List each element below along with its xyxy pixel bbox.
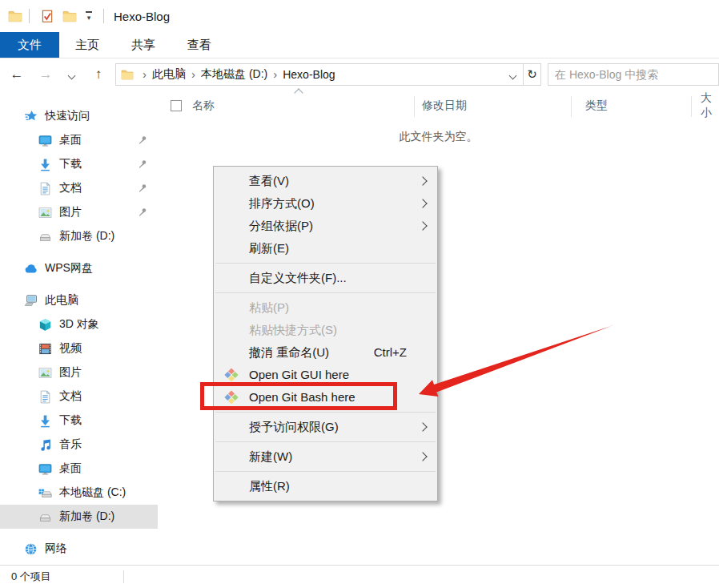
- menu-item-properties[interactable]: 属性(R): [214, 475, 437, 497]
- sidebar-item-wps-cloud[interactable]: WPS网盘: [0, 256, 158, 280]
- sidebar-item-documents[interactable]: 文档: [0, 176, 158, 200]
- refresh-button[interactable]: ↻: [524, 63, 541, 86]
- new-folder-quick-button[interactable]: [58, 6, 81, 26]
- quick-access-star-icon: [24, 110, 38, 123]
- divider: [103, 9, 104, 23]
- menu-separator: [215, 263, 436, 264]
- up-button[interactable]: ↑: [88, 66, 109, 83]
- sidebar-item-pictures-pc[interactable]: 图片: [0, 360, 158, 385]
- address-dropdown-button[interactable]: [503, 67, 523, 82]
- menu-item-sort-by[interactable]: 排序方式(O): [214, 192, 437, 215]
- column-header-name[interactable]: 名称: [192, 94, 215, 118]
- recent-locations-button[interactable]: [61, 66, 82, 83]
- toolbar-bar-icon: [86, 11, 92, 13]
- address-bar[interactable]: › 此电脑 › 本地磁盘 (D:) › Hexo-Blog: [115, 63, 524, 86]
- divider: [123, 570, 124, 583]
- sidebar-item-desktop[interactable]: 桌面: [0, 128, 158, 152]
- sidebar-item-label: 网络: [45, 542, 67, 556]
- column-header-size[interactable]: 大小: [701, 94, 719, 118]
- tab-share[interactable]: 共享: [115, 32, 171, 58]
- menu-item-label: 新建(W): [249, 449, 292, 463]
- submenu-arrow-icon: [418, 452, 427, 461]
- sidebar-item-label: 图片: [59, 365, 82, 380]
- sidebar-item-pictures[interactable]: 图片: [0, 200, 158, 224]
- breadcrumb-hexo-blog[interactable]: Hexo-Blog: [283, 68, 335, 81]
- forward-button[interactable]: →: [35, 66, 56, 83]
- sidebar-item-drive-d[interactable]: 新加卷 (D:): [0, 505, 158, 529]
- sidebar-item-videos[interactable]: 视频: [0, 336, 158, 360]
- folder-icon: [121, 68, 134, 81]
- sidebar-item-label: 图片: [59, 205, 82, 219]
- search-input[interactable]: [548, 64, 718, 85]
- menu-item-label: 属性(R): [249, 479, 290, 493]
- tab-view[interactable]: 查看: [171, 32, 227, 58]
- menu-item-label: Open Git GUI here: [249, 368, 349, 381]
- sidebar-item-downloads[interactable]: 下载: [0, 152, 158, 176]
- sidebar-item-documents-pc[interactable]: 文档: [0, 385, 158, 409]
- menu-item-undo-rename[interactable]: 撤消 重命名(U) Ctrl+Z: [214, 341, 437, 364]
- sidebar-item-quick-access[interactable]: 快速访问: [0, 104, 158, 128]
- column-header-date[interactable]: 修改日期: [422, 94, 467, 118]
- column-header-type[interactable]: 类型: [585, 94, 608, 118]
- sidebar-item-label: 下载: [59, 413, 82, 428]
- navigation-bar: ← → ↑ › 此电脑 › 本地磁盘 (D:) › Hexo-Blog ↻: [0, 58, 719, 90]
- select-all-checkbox[interactable]: [171, 94, 182, 118]
- pin-icon: [137, 135, 148, 146]
- sidebar-item-label: 新加卷 (D:): [59, 229, 114, 244]
- sidebar-item-drive-c[interactable]: 本地磁盘 (C:): [0, 481, 158, 505]
- breadcrumb-separator: ›: [186, 67, 201, 81]
- menu-item-customize-folder[interactable]: 自定义文件夹(F)...: [214, 267, 437, 289]
- sidebar-item-music[interactable]: 音乐: [0, 433, 158, 457]
- menu-item-label: 自定义文件夹(F)...: [249, 271, 347, 284]
- menu-item-paste[interactable]: 粘贴(P): [214, 296, 437, 319]
- sidebar-item-drive-d-recent[interactable]: 新加卷 (D:): [0, 224, 158, 248]
- menu-item-label: 查看(V): [249, 174, 289, 187]
- breadcrumb-drive-d[interactable]: 本地磁盘 (D:): [201, 67, 267, 82]
- menu-separator: [215, 412, 436, 413]
- download-icon: [38, 158, 52, 171]
- menu-item-new[interactable]: 新建(W): [214, 445, 437, 468]
- sidebar-item-desktop-pc[interactable]: 桌面: [0, 457, 158, 481]
- menu-shortcut: Ctrl+Z: [374, 341, 407, 364]
- customize-toolbar-button[interactable]: ▾: [81, 11, 97, 21]
- menu-item-refresh[interactable]: 刷新(E): [214, 237, 437, 260]
- tab-file[interactable]: 文件: [0, 32, 59, 58]
- menu-item-label: 排序方式(O): [249, 196, 315, 210]
- cloud-icon: [24, 262, 38, 276]
- properties-quick-button[interactable]: [36, 6, 58, 26]
- sidebar-item-downloads-pc[interactable]: 下载: [0, 409, 158, 433]
- menu-item-give-access[interactable]: 授予访问权限(G): [214, 416, 437, 438]
- column-divider[interactable]: [414, 96, 415, 117]
- menu-item-label: 粘贴(P): [249, 300, 289, 314]
- column-divider[interactable]: [571, 96, 572, 117]
- cube-icon: [38, 318, 52, 332]
- column-divider[interactable]: [691, 96, 692, 117]
- document-icon: [38, 390, 52, 404]
- checkbox-icon: [171, 100, 182, 111]
- sidebar-item-3d-objects[interactable]: 3D 对象: [0, 312, 158, 336]
- breadcrumb-this-pc[interactable]: 此电脑: [152, 67, 186, 82]
- desktop-icon: [38, 462, 52, 476]
- sidebar-item-label: 桌面: [59, 461, 82, 476]
- annotation-highlight-box: [200, 382, 397, 410]
- status-bar: 0 个项目: [0, 565, 719, 588]
- breadcrumb-separator: ›: [267, 67, 283, 81]
- empty-folder-message: 此文件夹为空。: [158, 130, 719, 144]
- film-icon: [38, 342, 52, 356]
- sidebar-item-label: 桌面: [59, 133, 82, 147]
- menu-item-view[interactable]: 查看(V): [214, 170, 437, 192]
- sidebar-item-label: 本地磁盘 (C:): [59, 485, 126, 500]
- menu-item-paste-shortcut[interactable]: 粘贴快捷方式(S): [214, 319, 437, 341]
- pin-icon: [137, 183, 148, 194]
- tab-home[interactable]: 主页: [59, 32, 115, 58]
- pin-icon: [137, 207, 148, 218]
- sidebar-item-network[interactable]: 网络: [0, 537, 158, 561]
- drive-icon: [38, 510, 52, 524]
- submenu-arrow-icon: [418, 199, 427, 207]
- sidebar-item-label: WPS网盘: [45, 261, 93, 276]
- context-menu: 查看(V) 排序方式(O) 分组依据(P) 刷新(E) 自定义文件夹(F)...…: [213, 166, 438, 501]
- back-button[interactable]: ←: [6, 66, 27, 83]
- menu-separator: [215, 292, 436, 293]
- menu-item-group-by[interactable]: 分组依据(P): [214, 215, 437, 237]
- sidebar-item-this-pc[interactable]: 此电脑: [0, 288, 158, 312]
